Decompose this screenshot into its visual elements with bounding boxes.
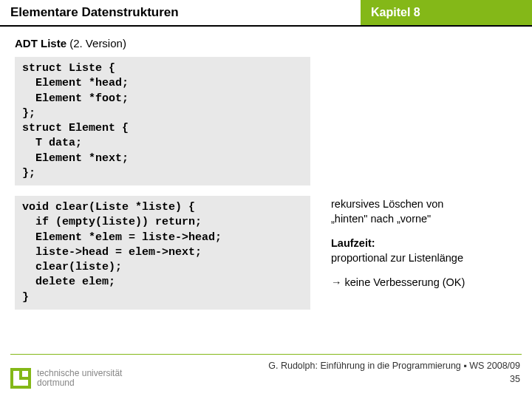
- side-notes: rekursives Löschen von „hinten" nach „vo…: [310, 196, 465, 301]
- slide-content: ADT Liste (2. Version) struct Liste { El…: [0, 27, 532, 320]
- note-recursive: rekursives Löschen von „hinten" nach „vo…: [331, 197, 465, 226]
- note-runtime: Laufzeit: proportional zur Listenlänge: [331, 236, 465, 265]
- logo-line: technische universität: [37, 368, 122, 378]
- slide-header: Elementare Datenstrukturen Kapitel 8: [0, 0, 532, 27]
- slide-number: 35: [510, 374, 520, 384]
- subtitle-rest: (2. Version): [66, 37, 126, 50]
- header-title-left: Elementare Datenstrukturen: [0, 0, 361, 25]
- code-block-clear: void clear(Liste *liste) { if (empty(lis…: [15, 196, 310, 310]
- note-conclusion: → keine Verbesserung (OK): [331, 276, 465, 290]
- tu-logo-icon: [10, 368, 31, 389]
- code-and-notes-row: void clear(Liste *liste) { if (empty(lis…: [15, 196, 517, 320]
- university-logo: technische universität dortmund: [10, 368, 122, 389]
- university-name: technische universität dortmund: [37, 369, 122, 388]
- note-line-bold: Laufzeit:: [331, 237, 375, 249]
- note-line: rekursives Löschen von: [331, 198, 443, 210]
- logo-line: dortmund: [37, 378, 75, 388]
- header-title-right: Kapitel 8: [361, 0, 532, 25]
- code-block-struct: struct Liste { Element *head; Element *f…: [15, 57, 310, 185]
- footer-credits: G. Rudolph: Einführung in die Programmie…: [268, 361, 520, 371]
- subtitle: ADT Liste (2. Version): [15, 37, 517, 50]
- footer-divider: [10, 354, 522, 355]
- note-line: proportional zur Listenlänge: [331, 252, 463, 264]
- note-line: „hinten" nach „vorne": [331, 213, 431, 225]
- subtitle-bold: ADT Liste: [15, 37, 66, 50]
- slide-footer: G. Rudolph: Einführung in die Programmie…: [268, 360, 520, 386]
